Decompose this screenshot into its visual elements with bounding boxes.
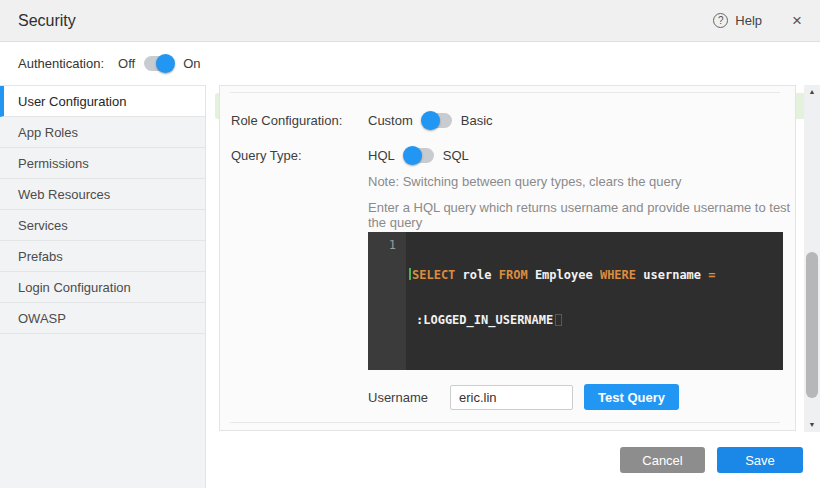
- username-label: Username: [368, 390, 450, 405]
- code-line-1-tokens: SELECT role FROM Employee WHERE username…: [412, 268, 716, 282]
- authentication-off-label: Off: [118, 56, 135, 71]
- user-configuration-panel: Role Configuration: Custom Basic Query T…: [219, 85, 796, 431]
- editor-end-cursor: [555, 314, 562, 326]
- cancel-button[interactable]: Cancel: [620, 447, 705, 473]
- authentication-switch[interactable]: [144, 56, 174, 71]
- sidebar: User Configuration App Roles Permissions…: [0, 85, 206, 488]
- query-option-sql: SQL: [443, 148, 469, 163]
- sidebar-item-prefabs[interactable]: Prefabs: [0, 241, 205, 272]
- editor-gutter: 1: [368, 232, 406, 370]
- editor-line-number: 1: [389, 238, 396, 252]
- authentication-label: Authentication:: [18, 56, 104, 71]
- dialog-header: Security ? Help ×: [0, 0, 820, 42]
- sidebar-item-user-configuration[interactable]: User Configuration: [0, 86, 205, 117]
- query-note: Note: Switching between query types, cle…: [368, 174, 682, 189]
- role-option-basic: Basic: [461, 113, 493, 128]
- section-divider-bottom: [230, 422, 780, 423]
- editor-code-area[interactable]: SELECT role FROM Employee WHERE username…: [406, 232, 783, 370]
- section-divider-top: [230, 92, 780, 93]
- role-option-custom: Custom: [368, 113, 413, 128]
- editor-caret: [409, 268, 411, 280]
- query-type-label: Query Type:: [231, 148, 368, 163]
- role-configuration-row: Role Configuration: Custom Basic: [231, 113, 493, 128]
- help-icon[interactable]: ?: [713, 13, 728, 28]
- scroll-up-arrow-icon[interactable]: ▲: [804, 85, 820, 99]
- query-code-editor[interactable]: 1 SELECT role FROM Employee WHERE userna…: [368, 232, 783, 370]
- role-configuration-switch[interactable]: [422, 113, 452, 128]
- switch-knob: [156, 54, 175, 73]
- code-line-1: SELECT role FROM Employee WHERE username…: [409, 268, 778, 283]
- sidebar-item-permissions[interactable]: Permissions: [0, 148, 205, 179]
- sidebar-item-owasp[interactable]: OWASP: [0, 303, 205, 334]
- username-input[interactable]: [450, 385, 573, 410]
- security-dialog: Security ? Help × Authentication: Off On…: [0, 0, 820, 488]
- query-type-switch[interactable]: [404, 148, 434, 163]
- sidebar-item-login-configuration[interactable]: Login Configuration: [0, 272, 205, 303]
- query-type-row: Query Type: HQL SQL: [231, 148, 469, 163]
- scroll-down-arrow-icon[interactable]: ▼: [804, 418, 820, 432]
- save-button[interactable]: Save: [717, 447, 803, 473]
- query-instruction: Enter a HQL query which returns username…: [368, 200, 795, 230]
- help-link[interactable]: Help: [735, 13, 762, 28]
- code-line-2-tokens: :LOGGED_IN_USERNAME: [416, 313, 553, 327]
- code-line-2: :LOGGED_IN_USERNAME: [416, 313, 778, 328]
- close-icon[interactable]: ×: [792, 12, 802, 29]
- toolbar-row: Authentication: Off On ✓ Tested query su…: [0, 42, 820, 85]
- authentication-on-label: On: [183, 56, 200, 71]
- scrollbar-thumb[interactable]: [806, 252, 818, 398]
- sidebar-item-web-resources[interactable]: Web Resources: [0, 179, 205, 210]
- switch-knob: [403, 146, 422, 165]
- content-scrollbar[interactable]: ▲ ▼: [804, 85, 820, 432]
- page-title: Security: [18, 12, 76, 30]
- role-configuration-label: Role Configuration:: [231, 113, 368, 128]
- username-row: Username Test Query: [368, 384, 679, 410]
- test-query-button[interactable]: Test Query: [584, 384, 679, 410]
- switch-knob: [421, 111, 440, 130]
- query-option-hql: HQL: [368, 148, 395, 163]
- authentication-toggle-group: Authentication: Off On: [18, 42, 200, 85]
- sidebar-item-app-roles[interactable]: App Roles: [0, 117, 205, 148]
- sidebar-item-services[interactable]: Services: [0, 210, 205, 241]
